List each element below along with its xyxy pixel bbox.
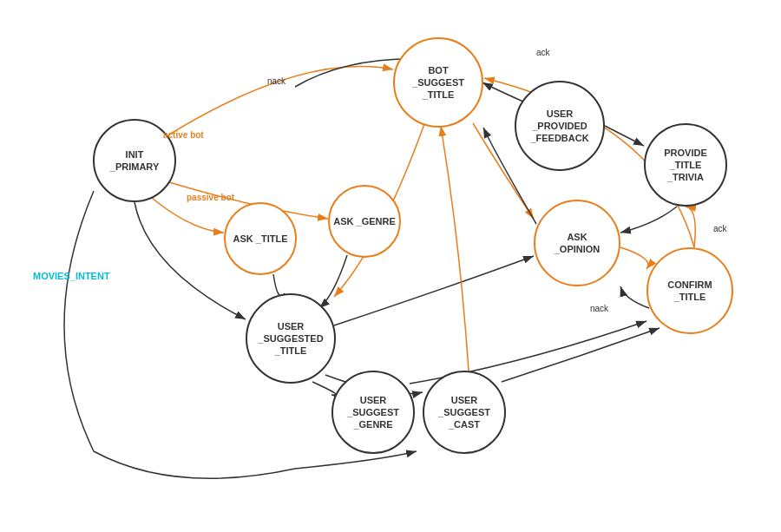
node-ask-title: ASK _TITLE: [224, 202, 297, 275]
node-ask-opinion: ASK _OPINION: [534, 200, 620, 286]
label-nack-1: nack: [267, 76, 285, 86]
label-movies-intent: MOVIES_INTENT: [33, 271, 110, 281]
node-user-provided-feedback: USER _PROVIDED _FEEDBACK: [515, 81, 605, 171]
node-provide-title-trivia: PROVIDE _TITLE _TRIVIA: [644, 123, 727, 207]
diagram-container: INIT _PRIMARY BOT _SUGGEST _TITLE ASK _T…: [0, 0, 781, 532]
label-ack-2: ack: [713, 224, 727, 233]
node-user-suggest-genre: USER _SUGGEST _GENRE: [331, 371, 415, 454]
node-user-suggest-cast: USER _SUGGEST _CAST: [423, 371, 506, 454]
node-ask-genre: ASK _GENRE: [328, 185, 401, 258]
label-nack-2: nack: [590, 304, 608, 313]
label-active-bot: active bot: [163, 130, 204, 140]
node-confirm-title: CONFIRM _TITLE: [646, 247, 733, 334]
label-ack-1: ack: [536, 48, 550, 57]
node-user-suggested-title: USER _SUGGESTED _TITLE: [246, 293, 336, 384]
node-bot-suggest-title: BOT _SUGGEST _TITLE: [393, 37, 483, 128]
label-passive-bot: passive bot: [187, 193, 234, 202]
